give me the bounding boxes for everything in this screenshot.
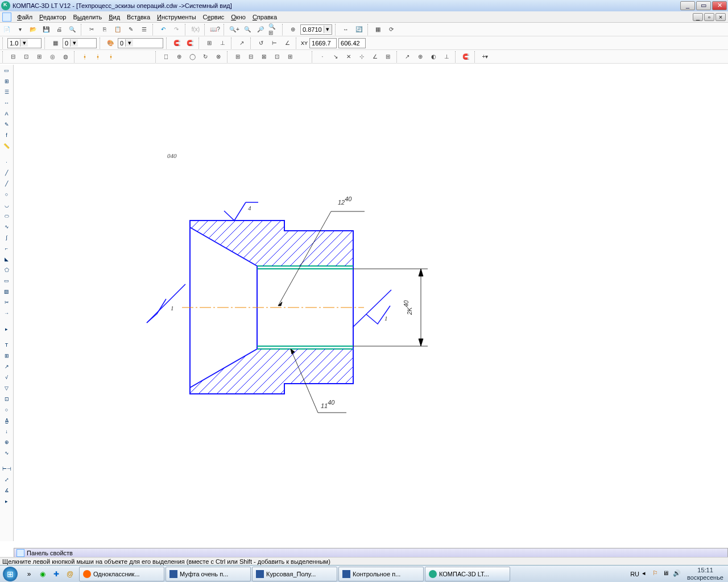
snap-cen-button[interactable]: ⊕ — [415, 51, 426, 63]
sys-icon-sound[interactable]: ◂ — [642, 569, 651, 579]
lt-line[interactable]: ╱ — [1, 168, 13, 177]
snap-perp2-button[interactable]: ⊥ — [441, 51, 452, 63]
sys-icon-flag[interactable]: ⚐ — [652, 569, 661, 579]
snap-grid-button[interactable]: ⊞ — [382, 51, 394, 63]
snap-tan-button[interactable]: ◐ — [428, 51, 439, 63]
lt-edit[interactable]: ✎ — [1, 120, 13, 129]
lt-grid[interactable]: ⊞ — [1, 77, 13, 86]
tray-icon-1[interactable]: » — [23, 568, 35, 580]
perp-button[interactable]: ⊢ — [268, 38, 280, 49]
lt-hatch[interactable]: ▨ — [1, 287, 13, 296]
snap-mid-button[interactable]: ✕ — [343, 51, 354, 63]
t3-b6[interactable]: ⍿ — [79, 51, 90, 63]
t3-b8[interactable]: ⍿ — [105, 51, 117, 63]
menu-service[interactable]: Сервис — [200, 13, 228, 22]
zoom-window-button[interactable]: 🔍+ — [229, 24, 240, 35]
snap-near-button[interactable]: ↗ — [402, 51, 413, 63]
sys-icon-vol[interactable]: 🔊 — [673, 569, 682, 579]
lt-expand2[interactable]: ▸ — [1, 497, 13, 506]
lt-bezier[interactable]: ∫ — [1, 233, 13, 242]
t3-c9[interactable]: ⊡ — [271, 51, 283, 63]
drawing-canvas[interactable]: 040 4 1 1 12 — [14, 65, 728, 541]
step-combo[interactable]: 1.0▾ — [7, 38, 42, 48]
copy-button[interactable]: ⎘ — [99, 24, 110, 35]
taskbar-task-3[interactable]: Контрольное п... — [338, 567, 424, 581]
window-maximize-button[interactable]: ▭ — [696, 1, 711, 10]
clock-area[interactable]: 15:11 воскресенье — [682, 567, 728, 581]
save-button[interactable]: 💾 — [40, 24, 52, 35]
lang-indicator[interactable]: RU — [628, 571, 642, 577]
layer-icon[interactable]: ▦ — [49, 38, 61, 49]
lt-props[interactable]: ☰ — [1, 88, 13, 97]
lt-aux[interactable]: ╱ — [1, 179, 13, 188]
coord-y-input[interactable] — [338, 38, 366, 48]
grid-button[interactable]: ⊞ — [204, 38, 215, 49]
new-dropdown[interactable]: ▾ — [14, 24, 26, 35]
t3-b3[interactable]: ⊞ — [34, 51, 45, 63]
properties-button[interactable]: ☰ — [138, 24, 150, 35]
snap-pt-button[interactable]: · — [317, 51, 328, 63]
snap2-button[interactable]: 🧲 — [184, 38, 196, 49]
menu-view[interactable]: Вид — [105, 13, 123, 22]
t3-b7[interactable]: ⍿ — [92, 51, 104, 63]
lt-label[interactable]: A̲ — [1, 416, 13, 425]
lt-trim[interactable]: ✂ — [1, 298, 13, 307]
lt-base[interactable]: ▽ — [1, 384, 13, 393]
coord-x-input[interactable] — [309, 38, 337, 48]
mdi-restore[interactable]: ▫ — [704, 13, 714, 21]
lt-text[interactable]: A — [1, 109, 13, 118]
snap-toggle-button[interactable]: 🧲 — [171, 38, 183, 49]
lt-tol[interactable]: ⊡ — [1, 394, 13, 404]
menu-tools[interactable]: Инструменты — [154, 13, 200, 22]
window-close-button[interactable]: ✕ — [712, 1, 727, 10]
t3-c8[interactable]: ⊠ — [258, 51, 270, 63]
lt-spline[interactable]: ∿ — [1, 222, 13, 231]
mdi-close[interactable]: × — [715, 13, 726, 21]
snap-more-button[interactable]: +▾ — [479, 51, 491, 63]
lt-table[interactable]: ⊞ — [1, 351, 13, 360]
style-button[interactable]: ✎ — [125, 24, 136, 35]
lt-arrow[interactable]: ↓ — [1, 427, 13, 436]
lt-textblock[interactable]: T — [1, 340, 13, 350]
lt-fillet[interactable]: ⌐ — [1, 244, 13, 253]
lt-dim[interactable]: ↔ — [1, 98, 13, 107]
style-icon[interactable]: 🎨 — [105, 38, 116, 49]
t3-c10[interactable]: ⊞ — [284, 51, 296, 63]
snap-cross-button[interactable]: ⊹ — [356, 51, 367, 63]
round-button[interactable]: ↺ — [255, 38, 267, 49]
t3-c2[interactable]: ⊕ — [173, 51, 185, 63]
pan-button[interactable]: ↔ — [340, 24, 351, 35]
help-pointer-button[interactable]: 📖? — [209, 24, 221, 35]
lt-arc[interactable]: ◡ — [1, 201, 13, 210]
sheet-mgr-button[interactable]: ▦ — [373, 24, 384, 35]
snap-end-button[interactable]: ↘ — [330, 51, 341, 63]
t3-c4[interactable]: ↻ — [200, 51, 211, 63]
menu-file[interactable]: Файл — [14, 13, 36, 22]
lt-poly[interactable]: ⬠ — [1, 265, 13, 275]
t3-c5[interactable]: ⊗ — [213, 51, 224, 63]
lt-mark[interactable]: ○ — [1, 405, 13, 414]
menu-insert[interactable]: Вставка — [123, 13, 154, 22]
refresh-button[interactable]: ⟳ — [386, 24, 397, 35]
ortho-button[interactable]: ⊥ — [217, 38, 228, 49]
paste-button[interactable]: 📋 — [112, 24, 123, 35]
lt-expand[interactable]: ▸ — [1, 325, 13, 334]
taskbar-task-1[interactable]: Муфта очень п... — [166, 567, 251, 581]
snap-ang-button[interactable]: ∠ — [369, 51, 380, 63]
lt-dimd[interactable]: ⤢ — [1, 475, 13, 484]
t3-b2[interactable]: ⊡ — [20, 51, 32, 63]
lcs-button[interactable]: ↗ — [236, 38, 247, 49]
lt-extend[interactable]: → — [1, 309, 13, 318]
menu-select[interactable]: Выделить — [69, 13, 105, 22]
preview-button[interactable]: 🔍 — [67, 24, 78, 35]
lt-leader[interactable]: ↗ — [1, 362, 13, 371]
redo-button[interactable]: ↷ — [171, 24, 182, 35]
fx-button[interactable]: f(x) — [190, 24, 201, 35]
tray-icon-4[interactable]: @ — [64, 568, 76, 580]
lt-ellipse[interactable]: ⬭ — [1, 211, 13, 221]
lt-wave[interactable]: ∿ — [1, 448, 13, 458]
layer-combo[interactable]: 0▾ — [63, 38, 97, 48]
zoom-in-button[interactable]: 🔍 — [242, 24, 253, 35]
taskbar-task-0[interactable]: Одноклассник... — [79, 567, 164, 581]
t3-c1[interactable]: ⎕ — [160, 51, 172, 63]
